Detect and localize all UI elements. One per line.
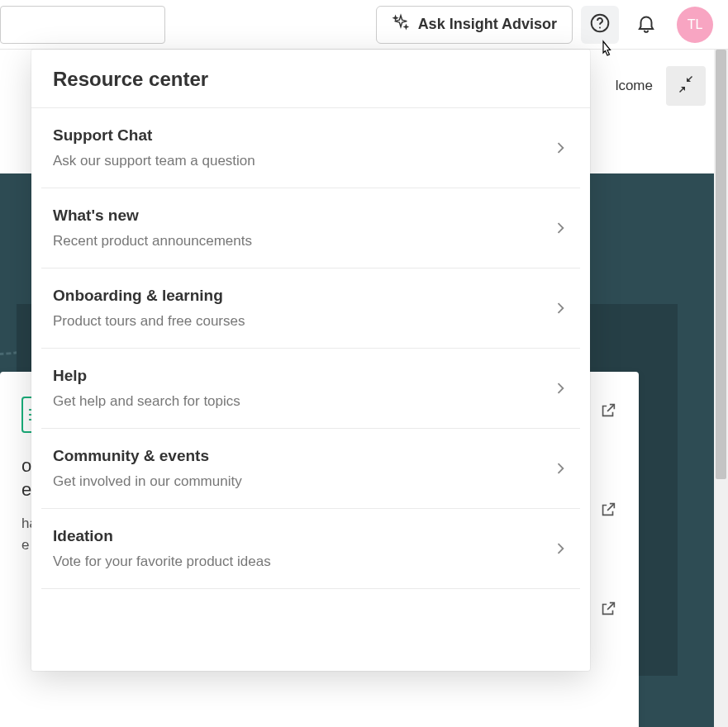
resource-item-subtitle: Get involved in our community — [53, 473, 552, 490]
notifications-button[interactable] — [627, 6, 665, 44]
chevron-right-icon — [552, 300, 569, 316]
resource-item-title: Help — [53, 367, 552, 385]
resource-item-help[interactable]: Help Get help and search for topics — [41, 349, 580, 429]
external-link-icon — [599, 408, 617, 422]
resource-item-title: Ideation — [53, 527, 552, 545]
chevron-right-icon — [552, 220, 569, 236]
collapse-button[interactable] — [666, 66, 706, 106]
resource-item-subtitle: Get help and search for topics — [53, 393, 552, 410]
resource-center-title: Resource center — [31, 50, 590, 108]
resource-item-subtitle: Recent product announcements — [53, 233, 552, 249]
resource-item-community[interactable]: Community & events Get involved in our c… — [41, 429, 580, 509]
search-input[interactable] — [0, 6, 165, 44]
resource-item-title: Onboarding & learning — [53, 287, 552, 305]
sparkle-icon — [392, 13, 410, 36]
resource-center-list: Support Chat Ask our support team a ques… — [31, 108, 590, 671]
ask-insight-advisor-button[interactable]: Ask Insight Advisor — [376, 6, 573, 44]
ask-insight-advisor-label: Ask Insight Advisor — [418, 16, 557, 33]
help-icon — [589, 12, 611, 37]
resource-item-support-chat[interactable]: Support Chat Ask our support team a ques… — [41, 108, 580, 188]
external-link-2[interactable] — [599, 501, 617, 519]
compress-icon — [678, 76, 694, 96]
resource-item-subtitle: Vote for your favorite product ideas — [53, 554, 552, 570]
resource-item-title: What's new — [53, 207, 552, 225]
resource-center-popup: Resource center Support Chat Ask our sup… — [31, 50, 590, 671]
avatar-initials: TL — [688, 17, 703, 32]
bell-icon — [635, 12, 657, 37]
avatar[interactable]: TL — [677, 7, 713, 43]
svg-point-1 — [599, 26, 601, 28]
chevron-right-icon — [552, 540, 569, 557]
scrollbar[interactable] — [714, 50, 728, 727]
top-bar: Ask Insight Advisor TL — [0, 0, 728, 50]
chevron-right-icon — [552, 380, 569, 397]
external-link-1[interactable] — [599, 402, 617, 420]
scrollbar-thumb[interactable] — [716, 50, 726, 479]
external-link-icon — [599, 606, 617, 620]
resource-item-title: Community & events — [53, 447, 552, 465]
resource-item-ideation[interactable]: Ideation Vote for your favorite product … — [41, 509, 580, 589]
resource-item-onboarding[interactable]: Onboarding & learning Product tours and … — [41, 268, 580, 349]
welcome-text-partial: lcome — [616, 78, 653, 94]
chevron-right-icon — [552, 460, 569, 477]
resource-item-subtitle: Product tours and free courses — [53, 313, 552, 330]
resource-item-subtitle: Ask our support team a question — [53, 153, 552, 169]
external-link-icon — [599, 507, 617, 521]
chevron-right-icon — [552, 140, 569, 156]
resource-item-title: Support Chat — [53, 126, 552, 145]
resource-item-whats-new[interactable]: What's new Recent product announcements — [41, 188, 580, 268]
help-button[interactable] — [581, 6, 619, 44]
external-link-3[interactable] — [599, 600, 617, 618]
